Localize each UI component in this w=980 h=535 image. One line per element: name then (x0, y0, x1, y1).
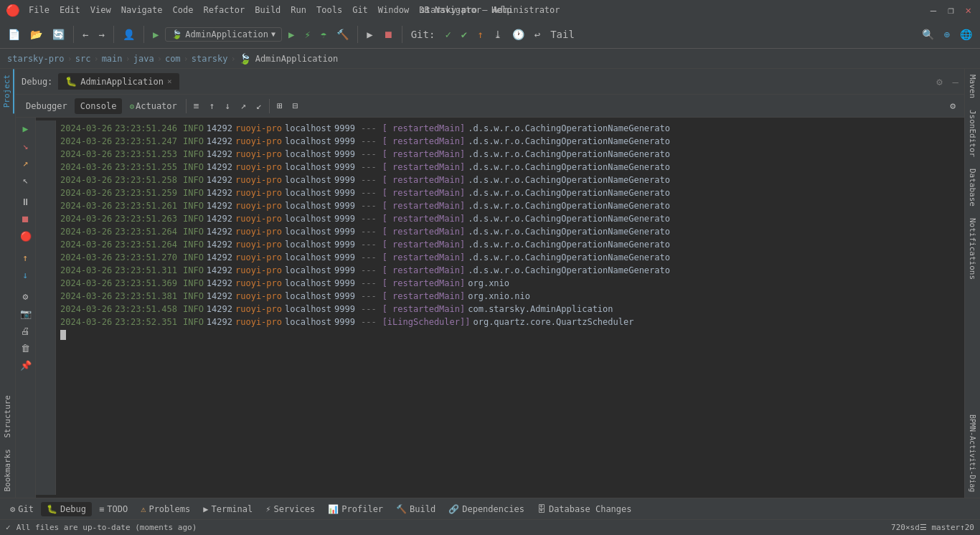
run-button[interactable]: ▶ (285, 27, 298, 42)
debug-session-tab[interactable]: 🐛 AdminApplication × (58, 73, 179, 90)
search-everywhere-button[interactable]: 🔍 (918, 27, 938, 42)
bottom-tab-dependencies[interactable]: 🔗 Dependencies (443, 502, 530, 516)
bottom-tab-problems[interactable]: ⚠ Problems (135, 502, 196, 516)
menu-build[interactable]: Build (250, 4, 285, 16)
tail-button[interactable]: Tail (547, 27, 578, 42)
menu-navigate[interactable]: Navigate (117, 4, 167, 16)
run-config-selector[interactable]: 🍃 AdminApplication ▼ (165, 27, 282, 42)
breadcrumb-starsky[interactable]: starsky (192, 54, 228, 64)
delete-ctrl[interactable]: 🗑 (18, 340, 34, 356)
bottom-tab-db-changes[interactable]: 🗄 Database Changes (532, 502, 638, 516)
back-button[interactable]: ← (79, 27, 92, 42)
sidebar-item-project[interactable]: Project (1, 69, 14, 113)
console-layout-btn[interactable]: ⊟ (288, 98, 303, 113)
breadcrumb-project[interactable]: starsky-pro (7, 54, 64, 64)
build-button[interactable]: 🔨 (333, 27, 352, 42)
console-export-btn[interactable]: ↙ (252, 98, 266, 113)
menu-window[interactable]: Window (374, 4, 413, 16)
restart-button[interactable]: 🔴 (18, 228, 34, 244)
git-pull-button[interactable]: ⤓ (490, 27, 506, 42)
right-tab-json-editor[interactable]: JsonEditor (966, 104, 979, 163)
debug-session-close[interactable]: × (167, 77, 172, 86)
breadcrumb-src[interactable]: src (75, 54, 91, 64)
bottom-tab-todo[interactable]: ≡ TODO (93, 502, 133, 516)
console-table-btn[interactable]: ⊞ (273, 98, 287, 113)
bottom-tab-debug[interactable]: 🐛 Debug (41, 502, 92, 516)
menu-file[interactable]: File (24, 4, 54, 16)
sidebar-item-structure[interactable]: Structure (1, 389, 14, 444)
right-tab-database[interactable]: Database (966, 163, 979, 212)
vcs-button[interactable]: 👤 (119, 27, 138, 42)
sidebar-item-bookmarks[interactable]: Bookmarks (1, 443, 14, 498)
git-push-button[interactable]: ↑ (473, 27, 486, 42)
console-pin-btn[interactable]: ↗ (236, 98, 250, 113)
run-widget-button[interactable]: ▶ (149, 27, 162, 42)
console-scroll-up-btn[interactable]: ↑ (205, 98, 220, 113)
log-sep: --- (361, 225, 377, 238)
bottom-tab-git[interactable]: ⚙ Git (4, 502, 39, 516)
right-tab-notifications[interactable]: Notifications (966, 212, 979, 285)
stop-debug-button[interactable]: ⏹ (18, 211, 34, 227)
menu-view[interactable]: View (86, 4, 116, 16)
help-button[interactable]: 🌐 (956, 27, 976, 42)
log-level: INFO (183, 186, 204, 199)
forward-button[interactable]: → (95, 27, 108, 42)
maximize-button[interactable]: ❐ (945, 4, 956, 16)
log-app: ruoyi-pro (235, 199, 282, 212)
minimize-button[interactable]: — (928, 4, 939, 16)
bottom-tab-profiler[interactable]: 📊 Profiler (322, 502, 389, 516)
debug-minimize-icon[interactable]: — (953, 76, 958, 87)
more-run-button[interactable]: ▶ (363, 27, 376, 42)
open-file-button[interactable]: 📂 (27, 27, 46, 42)
git-history-button[interactable]: 🕐 (509, 27, 528, 42)
console-content[interactable]: 2024-03-2623:23:51.246INFO14292ruoyi-pro… (36, 118, 964, 498)
new-file-button[interactable]: 📄 (4, 27, 24, 42)
bottom-tab-terminal[interactable]: ▶ Terminal (197, 502, 258, 516)
menu-edit[interactable]: Edit (55, 4, 85, 16)
git-checkmark-button[interactable]: ✓ (441, 27, 454, 42)
right-tab-maven[interactable]: Maven (966, 69, 979, 104)
scroll-down-ctrl[interactable]: ↓ (18, 267, 34, 283)
close-button[interactable]: ✕ (963, 4, 974, 16)
coverage-button[interactable]: ☂ (317, 27, 330, 42)
bottom-tab-build[interactable]: 🔨 Build (390, 502, 441, 516)
step-out-button[interactable]: ↖ (18, 172, 34, 188)
bottom-tab-services[interactable]: ⚡ Services (260, 502, 321, 516)
main-toolbar: 📄 📂 🔄 ← → 👤 ▶ 🍃 AdminApplication ▼ ▶ ⚡ ☂… (0, 20, 980, 49)
git-revert-button[interactable]: ↩ (531, 27, 544, 42)
console-options-btn[interactable]: ⚙ (946, 98, 960, 113)
build-tab-label: Build (410, 504, 435, 514)
console-scroll-down-btn[interactable]: ↓ (220, 98, 235, 113)
sync-button[interactable]: 🔄 (49, 27, 68, 42)
pin-ctrl[interactable]: 📌 (18, 357, 34, 373)
step-over-button[interactable]: ↘ (18, 138, 34, 153)
console-filter-btn[interactable]: ≡ (189, 98, 204, 113)
breadcrumb-sep-2: › (126, 54, 131, 64)
tab-actuator[interactable]: ⚙Actuator (123, 98, 182, 114)
debug-toolbar-sep-1 (186, 99, 187, 113)
breadcrumb-java[interactable]: java (133, 54, 154, 64)
step-into-button[interactable]: ↗ (18, 155, 34, 171)
menu-code[interactable]: Code (169, 4, 198, 16)
camera-ctrl[interactable]: 📷 (18, 306, 34, 321)
settings-ctrl[interactable]: ⚙ (18, 288, 34, 304)
menu-refactor[interactable]: Refactor (199, 4, 249, 16)
debug-settings-icon[interactable]: ⚙ (936, 76, 942, 87)
menu-run[interactable]: Run (286, 4, 311, 16)
stop-button[interactable]: ⏹ (380, 27, 397, 42)
scroll-up-ctrl[interactable]: ↑ (18, 250, 34, 265)
menu-git[interactable]: Git (348, 4, 372, 16)
pause-button[interactable]: ⏸ (18, 194, 34, 209)
right-tab-bpmn[interactable]: BPMN-Activiti-Diag (967, 409, 978, 498)
breadcrumb-main[interactable]: main (102, 54, 123, 64)
problems-tab-icon: ⚠ (141, 504, 146, 514)
tab-debugger[interactable]: Debugger (20, 98, 73, 114)
breadcrumb-com[interactable]: com (165, 54, 181, 64)
git-commit-button[interactable]: ✔ (458, 27, 471, 42)
debug-run-button[interactable]: ⚡ (301, 27, 314, 42)
ide-update-button[interactable]: ⊕ (941, 27, 953, 42)
menu-tools[interactable]: Tools (312, 4, 347, 16)
tab-console[interactable]: Console (75, 98, 123, 114)
resume-button[interactable]: ▶ (18, 120, 34, 136)
print-ctrl[interactable]: 🖨 (18, 323, 34, 338)
